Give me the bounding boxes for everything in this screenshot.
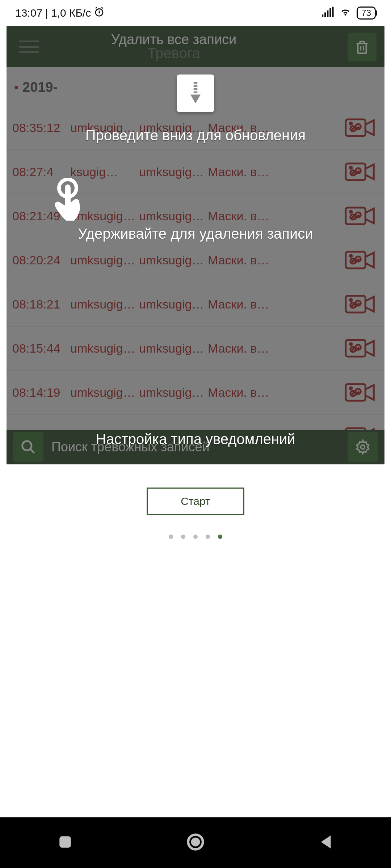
row-time: 08:18:21 bbox=[12, 297, 70, 311]
alarm-list[interactable]: 2019- 08:35:12umksugig…umksugig…Маски. в… bbox=[7, 67, 384, 430]
svg-point-31 bbox=[350, 387, 352, 390]
system-nav-bar bbox=[0, 817, 391, 868]
row-channel: umksugig… bbox=[139, 386, 208, 400]
svg-point-23 bbox=[350, 299, 352, 301]
camera-link-icon[interactable] bbox=[340, 382, 380, 403]
svg-point-7 bbox=[350, 123, 352, 125]
svg-point-19 bbox=[350, 255, 352, 257]
row-type: Маски. в… bbox=[208, 341, 340, 356]
page-title: Тревога bbox=[147, 45, 200, 61]
svg-point-11 bbox=[350, 167, 352, 169]
camera-link-icon[interactable] bbox=[340, 161, 380, 183]
delete-all-label: Удалить все записи bbox=[111, 32, 237, 47]
hold-hint-text: Удерживайте для удаления записи bbox=[7, 226, 384, 242]
row-type: Маски. в… bbox=[208, 297, 340, 311]
row-type: Маски. в… bbox=[208, 165, 340, 179]
row-time: 08:20:24 bbox=[12, 253, 70, 267]
row-device: umksugig… bbox=[70, 341, 139, 356]
row-type: Маски. в… bbox=[208, 209, 340, 223]
camera-link-icon[interactable] bbox=[340, 337, 380, 359]
pager-dot[interactable] bbox=[218, 535, 222, 539]
delete-all-button[interactable] bbox=[348, 33, 377, 61]
camera-link-icon[interactable] bbox=[340, 249, 380, 271]
alarm-row[interactable]: 08:14:19umksugig…umksugig…Маски. в… bbox=[7, 371, 384, 415]
battery-indicator: 73 bbox=[357, 7, 376, 20]
svg-rect-3 bbox=[327, 10, 328, 17]
svg-point-15 bbox=[350, 211, 352, 213]
pull-down-icon bbox=[177, 75, 214, 112]
back-button[interactable] bbox=[316, 832, 336, 853]
wifi-icon bbox=[339, 7, 352, 20]
menu-button[interactable] bbox=[14, 31, 44, 62]
camera-link-icon[interactable] bbox=[340, 205, 380, 227]
row-device: umksugig… bbox=[70, 253, 139, 267]
alarm-row[interactable]: 08:20:24umksugig…umksugig…Маски. в… bbox=[7, 238, 384, 282]
row-type: Маски. в… bbox=[208, 386, 340, 400]
pager-dot[interactable] bbox=[181, 535, 185, 539]
svg-rect-5 bbox=[332, 7, 334, 17]
start-button[interactable]: Старт bbox=[147, 488, 244, 515]
svg-rect-4 bbox=[330, 8, 331, 17]
row-device: ksugig… bbox=[70, 165, 139, 179]
row-device: umksugig… bbox=[70, 297, 139, 311]
svg-rect-45 bbox=[59, 836, 71, 848]
svg-point-47 bbox=[192, 839, 199, 845]
pull-hint-text: Проведите вниз для обновления bbox=[7, 127, 384, 144]
svg-rect-2 bbox=[324, 12, 326, 17]
pager-dot[interactable] bbox=[169, 535, 173, 539]
signal-icon bbox=[322, 7, 334, 20]
row-channel: umksugig… bbox=[139, 253, 208, 267]
home-button[interactable] bbox=[186, 832, 205, 853]
status-bar: 13:07 | 1,0 КБ/с 73 bbox=[0, 0, 391, 26]
svg-point-27 bbox=[350, 343, 352, 345]
alarm-row[interactable]: 08:15:44umksugig…umksugig…Маски. в… bbox=[7, 327, 384, 371]
row-time: 08:14:19 bbox=[12, 386, 70, 400]
svg-rect-43 bbox=[194, 92, 198, 93]
row-type: Маски. в… bbox=[208, 253, 340, 267]
row-channel: umksugig… bbox=[139, 341, 208, 356]
row-channel: umksugig… bbox=[139, 297, 208, 311]
row-channel: umksugig… bbox=[139, 165, 208, 179]
svg-rect-40 bbox=[194, 82, 198, 84]
row-channel: umksugig… bbox=[139, 209, 208, 223]
pager-dots bbox=[0, 535, 391, 539]
alarm-row[interactable]: 08:18:21umksugig…umksugig…Маски. в… bbox=[7, 282, 384, 327]
row-time: 08:15:44 bbox=[12, 341, 70, 356]
app-header: Удалить все записи Тревога bbox=[7, 26, 384, 67]
recent-apps-button[interactable] bbox=[55, 832, 75, 853]
status-time: 13:07 bbox=[15, 7, 42, 19]
pager-dot[interactable] bbox=[193, 535, 198, 539]
settings-hint-text: Настройка типа уведомлений bbox=[7, 431, 384, 447]
alarm-icon bbox=[94, 7, 105, 20]
pager-dot[interactable] bbox=[206, 535, 210, 539]
camera-link-icon[interactable] bbox=[340, 293, 380, 315]
svg-rect-41 bbox=[194, 85, 198, 87]
row-device: umksugig… bbox=[70, 386, 139, 400]
svg-rect-42 bbox=[194, 88, 198, 90]
svg-rect-1 bbox=[322, 14, 323, 17]
status-speed: 1,0 КБ/с bbox=[51, 7, 91, 19]
row-time: 08:27:4 bbox=[12, 165, 70, 179]
